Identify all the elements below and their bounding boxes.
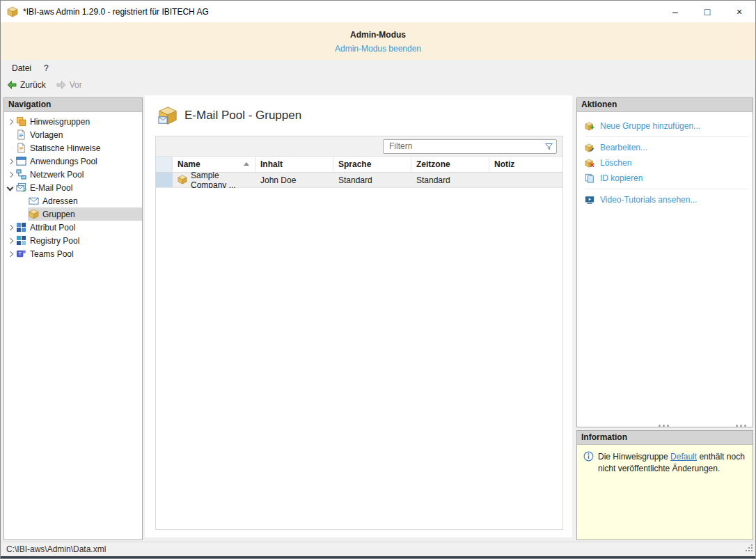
package-icon <box>178 175 187 185</box>
nav-item-statische-hinweise[interactable]: Statische Hinweise <box>4 141 142 155</box>
table-row[interactable]: Sample Company ... John Doe Standard Sta… <box>156 173 562 188</box>
info-message: Die Hinweisgruppe Default enthält noch n… <box>598 451 747 534</box>
cell-text: John Doe <box>260 175 296 185</box>
action-copy-id[interactable]: ID kopieren <box>577 171 753 186</box>
back-arrow-icon <box>6 79 17 90</box>
table-header-row: Name Inhalt Sprache Zeitzone Notiz <box>156 157 562 173</box>
back-button[interactable]: Zurück <box>2 77 50 93</box>
column-header-notiz[interactable]: Notiz <box>489 157 562 172</box>
nav-item-netzwerk-pool[interactable]: Netzwerk Pool <box>4 168 142 181</box>
info-icon <box>583 451 594 534</box>
close-button[interactable]: × <box>723 1 755 22</box>
chevron-right-icon[interactable] <box>4 156 15 167</box>
default-group-link[interactable]: Default <box>670 452 697 462</box>
cell-text: Standard <box>416 175 450 185</box>
nav-item-label: E-Mail Pool <box>30 183 72 193</box>
chevron-right-icon[interactable] <box>4 222 15 233</box>
splitter-dots-icon <box>736 425 738 427</box>
action-label: Löschen <box>600 158 631 168</box>
column-header-sprache[interactable]: Sprache <box>333 157 411 172</box>
nav-item-registry-pool[interactable]: Registry Pool <box>4 234 142 247</box>
column-header-inhalt[interactable]: Inhalt <box>255 157 333 172</box>
separator <box>585 189 748 189</box>
cell-inhalt: John Doe <box>255 173 333 187</box>
video-icon <box>585 195 595 205</box>
admin-mode-banner: Admin-Modus Admin-Modus beenden <box>1 22 755 60</box>
nav-item-attribut-pool[interactable]: Attribut Pool <box>4 221 142 234</box>
menu-help[interactable]: ? <box>38 60 55 76</box>
filter-funnel-icon[interactable] <box>544 142 553 151</box>
menu-file[interactable]: Datei <box>6 60 38 76</box>
navigation-header: Navigation <box>4 98 142 112</box>
nav-item-label: Statische Hinweise <box>30 143 100 153</box>
cell-sprache: Standard <box>333 173 411 187</box>
window-title: *IBI-aws Admin 1.29.0 - registriert für … <box>23 7 209 17</box>
package-edit-icon <box>585 143 595 153</box>
static-note-icon <box>16 143 26 153</box>
nav-item-label: Adressen <box>42 196 78 206</box>
minimize-button[interactable]: – <box>659 1 691 22</box>
navigation-tree: Hinweisgruppen Vorlagen St <box>4 112 142 260</box>
maximize-button[interactable]: □ <box>691 1 723 22</box>
resize-grip-icon[interactable] <box>744 543 753 551</box>
main-content: E-Mail Pool - Gruppen Name Inhalt Sprac <box>145 95 572 537</box>
sort-ascending-icon <box>244 162 249 166</box>
chevron-placeholder <box>17 196 28 207</box>
nav-item-label: Gruppen <box>42 210 75 219</box>
forward-button-label: Vor <box>70 80 82 90</box>
application-window-icon <box>16 156 26 166</box>
app-logo-icon <box>7 6 18 17</box>
nav-item-vorlagen[interactable]: Vorlagen <box>4 128 142 141</box>
action-delete[interactable]: Löschen <box>577 155 753 171</box>
svg-text:T: T <box>18 251 22 257</box>
nav-item-label: Hinweisgruppen <box>30 117 90 127</box>
action-add-group[interactable]: Neue Gruppe hinzufügen... <box>577 118 753 134</box>
chevron-placeholder <box>4 143 15 154</box>
toolbar: Zurück Vor <box>1 76 755 94</box>
nav-item-hinweisgruppen[interactable]: Hinweisgruppen <box>4 115 142 128</box>
splitter-dots-icon <box>659 425 661 427</box>
information-panel: Information Die Hinweisgruppe Default en… <box>576 430 753 540</box>
chevron-placeholder <box>4 129 15 141</box>
teams-icon: T <box>16 249 26 259</box>
action-label: ID kopieren <box>600 173 643 183</box>
table-empty-area <box>156 188 562 529</box>
chevron-right-icon[interactable] <box>4 169 15 180</box>
action-edit[interactable]: Bearbeiten... <box>577 140 753 155</box>
chevron-right-icon[interactable] <box>4 235 15 246</box>
nav-item-anwendungs-pool[interactable]: Anwendungs Pool <box>4 155 142 168</box>
network-icon <box>16 169 26 180</box>
cell-notiz <box>489 173 562 187</box>
forward-button[interactable]: Vor <box>52 77 86 93</box>
column-header-zeitzone[interactable]: Zeitzone <box>411 157 489 172</box>
data-file-path: C:\IBI-aws\Admin\Data.xml <box>6 544 106 554</box>
column-header-name[interactable]: Name <box>173 157 255 172</box>
copy-icon <box>585 173 595 184</box>
email-pool-icon <box>16 182 26 193</box>
nav-item-teams-pool[interactable]: T Teams Pool <box>4 247 142 260</box>
info-message-before: Die Hinweisgruppe <box>598 452 670 462</box>
filter-band <box>156 136 562 157</box>
navigation-panel: Navigation Hinweisgruppen Vorlagen <box>3 97 143 540</box>
column-label: Name <box>178 159 200 169</box>
nav-item-email-pool[interactable]: E-Mail Pool <box>4 181 142 194</box>
actions-panel: Aktionen Neue Gruppe hinzufügen... Bearb… <box>576 97 753 427</box>
panel-splitter[interactable] <box>576 421 753 429</box>
nav-item-label: Teams Pool <box>30 249 74 259</box>
action-label: Neue Gruppe hinzufügen... <box>600 121 700 131</box>
chevron-right-icon[interactable] <box>4 116 15 127</box>
action-label: Video-Tutorials ansehen... <box>600 195 697 205</box>
nav-item-adressen[interactable]: Adressen <box>4 194 142 207</box>
row-selector-cell <box>156 173 173 187</box>
chevron-right-icon[interactable] <box>4 249 15 260</box>
action-video-tutorials[interactable]: Video-Tutorials ansehen... <box>577 192 753 207</box>
template-icon <box>16 129 26 140</box>
nav-item-gruppen[interactable]: Gruppen <box>4 207 142 221</box>
nav-item-label: Attribut Pool <box>30 223 75 233</box>
filter-input[interactable] <box>383 139 557 154</box>
page-title: E-Mail Pool - Gruppen <box>184 109 301 123</box>
chevron-down-icon[interactable] <box>4 182 15 194</box>
attribute-grid-icon <box>16 222 26 233</box>
admin-mode-exit-link[interactable]: Admin-Modus beenden <box>1 44 755 54</box>
package-add-icon <box>585 121 595 132</box>
